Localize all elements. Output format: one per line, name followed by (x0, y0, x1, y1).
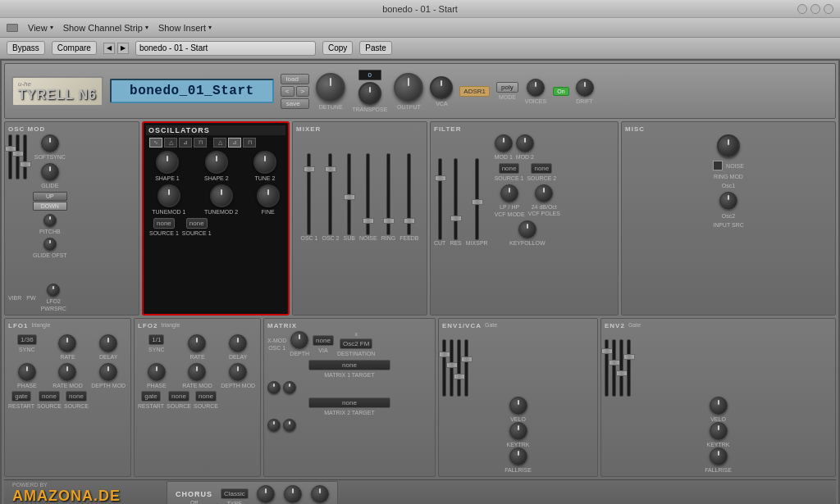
misc-osc2-knob[interactable] (719, 192, 737, 210)
pitchb-knob[interactable] (43, 214, 57, 227)
lfo2-restart-dropdown[interactable]: gate (141, 391, 161, 402)
lfo2-depthmod-knob[interactable] (229, 363, 247, 381)
chorus-rate-knob[interactable] (257, 485, 275, 503)
lfo1-source1-dropdown[interactable]: none (39, 391, 60, 402)
ring-fader-track[interactable] (386, 153, 390, 235)
voices-knob[interactable] (527, 79, 545, 97)
wave2-tri-button[interactable]: △ (213, 138, 226, 148)
lfo1-ratemod-knob[interactable] (58, 363, 76, 381)
lfo2-phase-knob[interactable] (148, 363, 166, 381)
save-button[interactable]: save (281, 98, 309, 109)
wave2-sq-button[interactable]: ⊓ (243, 138, 256, 148)
mode-button[interactable]: poly (496, 82, 518, 93)
matrix-source-dropdown[interactable]: none (313, 335, 334, 346)
mod2-knob[interactable] (516, 134, 534, 152)
env2-fallrise-knob[interactable] (710, 447, 728, 465)
next-preset-button[interactable]: > (296, 86, 310, 97)
preset-prev-button[interactable]: ◀ (103, 43, 115, 54)
chorus-type-dropdown[interactable]: Classic (221, 488, 249, 499)
env2-a-track[interactable] (605, 339, 609, 397)
lfo2-ratemod-knob[interactable] (188, 363, 206, 381)
transpose-knob[interactable] (358, 82, 381, 105)
down-button[interactable]: DOWN (33, 202, 67, 211)
load-button[interactable]: load (281, 74, 309, 84)
env1-r-track[interactable] (464, 339, 468, 397)
env2-s-track[interactable] (619, 339, 623, 397)
matrix-depth3-knob[interactable] (283, 381, 296, 394)
source1b-dropdown[interactable]: none (186, 218, 208, 229)
glide-knob[interactable] (41, 163, 59, 181)
lfo1-rate-knob[interactable] (58, 334, 76, 352)
vca-knob[interactable] (430, 76, 453, 99)
drift-knob[interactable] (576, 79, 594, 97)
compare-button[interactable]: Compare (52, 41, 97, 55)
env1-velo-knob[interactable] (509, 397, 527, 415)
keyfollow-knob[interactable] (518, 220, 536, 238)
chorus-wet-knob[interactable] (311, 485, 329, 503)
noise-led[interactable] (713, 161, 723, 170)
filter-source2-dropdown[interactable]: none (531, 163, 552, 174)
wave-saw-button[interactable]: ⊿ (179, 138, 192, 148)
maximize-button[interactable] (810, 4, 820, 14)
lphp-knob[interactable] (500, 184, 518, 202)
tunemod1-knob[interactable] (158, 184, 180, 207)
bypass-button[interactable]: Bypass (7, 41, 45, 55)
tunemod2-knob[interactable] (210, 184, 233, 207)
lfo1-depthmod-knob[interactable] (99, 363, 117, 381)
filter-source1-dropdown[interactable]: none (499, 163, 520, 174)
prev-preset-button[interactable]: < (281, 86, 294, 97)
vcf-poles-knob[interactable] (535, 184, 553, 202)
lfo1-phase-knob[interactable] (18, 363, 36, 381)
env1-d-track[interactable] (450, 339, 454, 397)
sub-fader-track[interactable] (347, 153, 351, 235)
noise-fader-track[interactable] (366, 153, 370, 235)
env1-fallrise-knob[interactable] (509, 447, 527, 465)
output-knob[interactable] (394, 73, 423, 102)
matrix-depth4-knob[interactable] (267, 419, 281, 432)
mixspr-fader-track[interactable] (475, 158, 479, 240)
preset-next-button[interactable]: ▶ (117, 43, 129, 54)
copy-button[interactable]: Copy (322, 41, 353, 55)
wave-sine-button[interactable]: ∿ (149, 138, 162, 148)
wave-sq-button[interactable]: ⊓ (194, 138, 207, 148)
fine-knob[interactable] (257, 184, 280, 207)
env1-s-track[interactable] (457, 339, 461, 397)
env1-keytrk-knob[interactable] (509, 422, 527, 440)
matrix-depth2-knob[interactable] (267, 381, 281, 394)
lfo2-source1-dropdown[interactable]: none (168, 391, 189, 402)
detune-knob[interactable] (316, 73, 345, 102)
lfo1-sync-dropdown[interactable]: 1/36 (17, 334, 37, 345)
fader-3-track[interactable] (23, 134, 27, 179)
cut-fader-track[interactable] (438, 158, 442, 240)
fader-2-track[interactable] (16, 134, 20, 179)
lfo2-knob[interactable] (47, 284, 60, 297)
fader-1-track[interactable] (8, 134, 12, 179)
lfo1-source2-dropdown[interactable]: none (66, 391, 87, 402)
matrix-dest-dropdown[interactable]: Osc2 FM (340, 338, 372, 349)
matrix2-dropdown[interactable]: none (308, 397, 390, 408)
shape2-knob[interactable] (205, 151, 228, 174)
env2-keytrk-knob[interactable] (710, 422, 728, 440)
feedb-fader-track[interactable] (407, 153, 411, 235)
paste-button[interactable]: Paste (359, 41, 392, 55)
lfo2-delay-knob[interactable] (229, 334, 247, 352)
up-button[interactable]: UP (33, 192, 67, 201)
minimize-button[interactable] (797, 4, 807, 14)
lfo2-source2-dropdown[interactable]: none (195, 391, 217, 402)
chorus-depth-knob[interactable] (284, 485, 302, 503)
show-insert-menu[interactable]: Show Insert ▾ (158, 23, 212, 33)
softsync-knob[interactable] (41, 134, 59, 152)
env2-d-track[interactable] (612, 339, 616, 397)
osc1-fader-track[interactable] (307, 153, 311, 235)
res-fader-track[interactable] (454, 158, 458, 240)
preset-dropdown[interactable]: bonedo - 01 - Start (135, 41, 316, 56)
env2-velo-knob[interactable] (710, 397, 728, 415)
lfo2-rate-knob[interactable] (188, 334, 206, 352)
wave2-saw-button[interactable]: ⊿ (228, 138, 241, 148)
wave-tri-button[interactable]: △ (164, 138, 177, 148)
adsr-button[interactable]: ADSR1 (459, 86, 490, 97)
lfo1-restart-dropdown[interactable]: gate (11, 391, 31, 402)
glide-ofst-knob[interactable] (43, 238, 57, 251)
misc-main-knob[interactable] (717, 134, 740, 157)
source1a-dropdown[interactable]: none (153, 218, 175, 229)
